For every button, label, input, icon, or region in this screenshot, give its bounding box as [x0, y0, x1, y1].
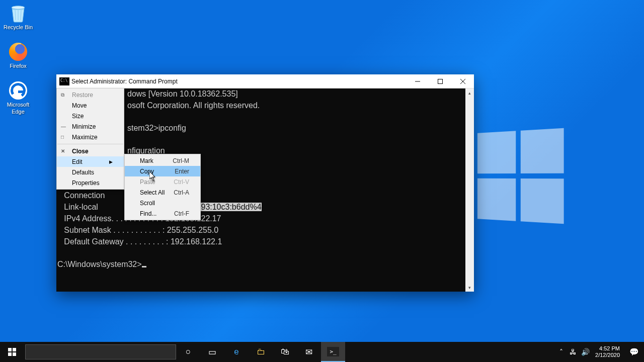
cmd-icon	[59, 77, 69, 85]
windows-logo-icon	[8, 348, 16, 356]
menu-item-size[interactable]: Size	[57, 111, 124, 121]
tray-clock[interactable]: 4:52 PM 2/12/2020	[591, 345, 624, 358]
menu-item-restore[interactable]: ⧉Restore	[57, 89, 124, 100]
network-icon: 🖧	[570, 348, 577, 356]
menu-item-find[interactable]: Find...Ctrl-F	[125, 208, 200, 219]
close-button[interactable]	[451, 74, 474, 88]
edit-submenu: MarkCtrl-M CopyEnter PasteCtrl-V Select …	[124, 154, 201, 220]
menu-item-maximize[interactable]: □Maximize	[57, 132, 124, 142]
scroll-down-button[interactable]: ▾	[465, 283, 474, 292]
system-menu: ⧉Restore Move Size —Minimize □Maximize ✕…	[56, 88, 124, 190]
menu-item-close[interactable]: ✕Close	[57, 146, 124, 156]
window-title: Select Administrator: Command Prompt	[71, 78, 178, 85]
menu-item-defaults[interactable]: Defaults	[57, 167, 124, 177]
menu-item-edit[interactable]: Edit▶	[57, 156, 124, 167]
menu-separator	[57, 144, 123, 144]
menu-item-mark[interactable]: MarkCtrl-M	[125, 155, 200, 166]
menu-item-paste[interactable]: PasteCtrl-V	[125, 176, 200, 187]
folder-icon: 🗀	[257, 347, 265, 357]
tray-volume-button[interactable]: 🔊	[579, 348, 591, 356]
menu-item-select-all[interactable]: Select AllCtrl-A	[125, 187, 200, 198]
taskbar-app-mail[interactable]: ✉	[297, 342, 321, 362]
scrollbar-vertical[interactable]: ▴ ▾	[465, 88, 474, 292]
desktop-icons: Recycle Bin Firefox Microsoft Edge	[2, 3, 34, 115]
recycle-bin-icon	[8, 3, 28, 23]
maximize-icon: □	[61, 134, 64, 140]
terminal-cursor	[142, 266, 146, 267]
restore-icon: ⧉	[61, 92, 64, 98]
mouse-cursor-icon	[149, 171, 157, 182]
notifications-icon: 💬	[629, 347, 639, 356]
system-tray: ˄ 🖧 🔊 4:52 PM 2/12/2020 💬	[555, 342, 644, 362]
taskbar-app-edge[interactable]: e	[224, 342, 249, 362]
start-button[interactable]	[0, 342, 24, 362]
mail-icon: ✉	[305, 347, 312, 357]
store-icon: 🛍	[281, 347, 289, 357]
taskbar-app-explorer[interactable]: 🗀	[249, 342, 273, 362]
maximize-button[interactable]	[429, 74, 451, 88]
menu-item-minimize[interactable]: —Minimize	[57, 121, 124, 132]
taskbar-search-input[interactable]	[25, 344, 176, 359]
cortana-icon: ○	[186, 347, 191, 357]
volume-icon: 🔊	[581, 348, 590, 356]
minimize-button[interactable]	[406, 74, 429, 88]
scroll-up-button[interactable]: ▴	[465, 88, 474, 97]
menu-item-scroll[interactable]: Scroll	[125, 198, 200, 208]
edge-icon	[8, 80, 28, 101]
svg-point-0	[12, 6, 25, 9]
close-icon: ✕	[61, 148, 65, 154]
taskbar-app-store[interactable]: 🛍	[273, 342, 297, 362]
menu-item-move[interactable]: Move	[57, 100, 124, 111]
chevron-up-icon: ˄	[559, 348, 563, 356]
edge-icon: e	[234, 347, 238, 357]
svg-rect-1	[438, 79, 442, 83]
cmd-icon: >_	[327, 347, 339, 356]
menu-item-copy[interactable]: CopyEnter	[125, 166, 200, 176]
menu-item-properties[interactable]: Properties	[57, 177, 124, 188]
scroll-track[interactable]	[465, 97, 474, 283]
taskbar-taskview-button[interactable]: ▭	[200, 342, 224, 362]
desktop-icon-label: Microsoft Edge	[2, 102, 34, 115]
tray-network-button[interactable]: 🖧	[567, 348, 579, 356]
tray-notifications-button[interactable]: 💬	[624, 347, 644, 356]
tray-time: 4:52 PM	[595, 345, 620, 352]
taskbar-app-cmd[interactable]: >_	[321, 342, 345, 362]
taskview-icon: ▭	[208, 347, 216, 357]
desktop-icon-label: Recycle Bin	[4, 24, 33, 31]
desktop-icon-recycle-bin[interactable]: Recycle Bin	[2, 3, 34, 31]
tray-date: 2/12/2020	[595, 352, 620, 358]
desktop-icon-firefox[interactable]: Firefox	[2, 42, 34, 69]
windows-logo-backdrop	[477, 128, 564, 224]
desktop-icon-edge[interactable]: Microsoft Edge	[2, 80, 34, 115]
minimize-icon: —	[61, 124, 66, 129]
submenu-arrow-icon: ▶	[109, 159, 113, 164]
firefox-icon	[8, 42, 28, 62]
tray-overflow-button[interactable]: ˄	[555, 348, 567, 356]
desktop-icon-label: Firefox	[10, 63, 27, 69]
taskbar-cortana-button[interactable]: ○	[176, 342, 200, 362]
taskbar: ○ ▭ e 🗀 🛍 ✉ >_ ˄ 🖧 🔊 4:52 PM 2/12/2020 💬	[0, 342, 644, 362]
titlebar[interactable]: Select Administrator: Command Prompt	[56, 74, 474, 88]
